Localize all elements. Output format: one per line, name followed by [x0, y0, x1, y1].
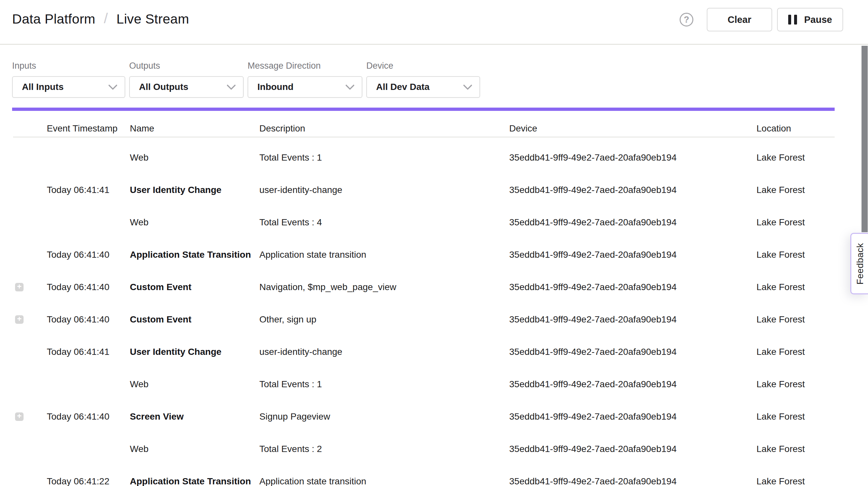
table-row[interactable]: + Web Total Events : 1 35eddb41-9ff9-49e…	[0, 368, 835, 400]
event-location-cell: Lake Forest	[756, 412, 835, 422]
event-name-cell: Custom Event	[130, 314, 259, 325]
pause-icon	[788, 15, 797, 25]
chevron-down-icon	[463, 81, 472, 90]
event-device-cell: 35eddb41-9ff9-49e2-7aed-20afa90eb194	[509, 444, 756, 454]
device-label: Device	[366, 61, 480, 71]
event-timestamp-cell: Today 06:41:41	[47, 185, 130, 195]
event-timestamp-cell: Today 06:41:41	[47, 347, 130, 357]
event-device-cell: 35eddb41-9ff9-49e2-7aed-20afa90eb194	[509, 476, 756, 486]
breadcrumb: Data Platform / Live Stream	[12, 11, 189, 27]
column-header-device: Device	[509, 123, 756, 134]
inputs-label: Inputs	[12, 61, 125, 71]
table-row[interactable]: + Today 06:41:41 User Identity Change us…	[0, 336, 835, 368]
table-header-divider	[13, 137, 835, 138]
event-name-cell: Screen View	[130, 412, 259, 422]
scrollbar-thumb[interactable]	[862, 46, 868, 232]
table-row[interactable]: + Web Total Events : 4 35eddb41-9ff9-49e…	[0, 206, 835, 238]
event-device-cell: 35eddb41-9ff9-49e2-7aed-20afa90eb194	[509, 282, 756, 293]
event-timestamp-cell: Today 06:41:40	[47, 412, 130, 422]
message-direction-selected-value: Inbound	[257, 82, 293, 92]
table-row[interactable]: + Today 06:41:41 User Identity Change us…	[0, 174, 835, 206]
event-name-cell: Web	[130, 444, 259, 454]
table-row[interactable]: + Web Total Events : 2 35eddb41-9ff9-49e…	[0, 433, 835, 465]
clear-button[interactable]: Clear	[707, 8, 772, 31]
event-device-cell: 35eddb41-9ff9-49e2-7aed-20afa90eb194	[509, 379, 756, 390]
table-header-row: Event Timestamp Name Description Device …	[0, 120, 835, 137]
event-description-cell: Total Events : 4	[259, 217, 509, 227]
event-name-cell: Web	[130, 379, 259, 390]
outputs-selected-value: All Outputs	[139, 82, 188, 92]
event-location-cell: Lake Forest	[756, 476, 835, 486]
inputs-select[interactable]: All Inputs	[12, 76, 125, 98]
event-device-cell: 35eddb41-9ff9-49e2-7aed-20afa90eb194	[509, 185, 756, 195]
event-description-cell: Application state transition	[259, 476, 509, 486]
event-description-cell: Other, sign up	[259, 314, 509, 325]
event-device-cell: 35eddb41-9ff9-49e2-7aed-20afa90eb194	[509, 249, 756, 260]
event-name-cell: Web	[130, 217, 259, 227]
expand-row-button[interactable]: +	[15, 413, 24, 421]
event-name-cell: Application State Transition	[130, 249, 259, 260]
pause-button[interactable]: Pause	[777, 8, 843, 31]
event-location-cell: Lake Forest	[756, 282, 835, 293]
outputs-select[interactable]: All Outputs	[129, 76, 244, 98]
event-device-cell: 35eddb41-9ff9-49e2-7aed-20afa90eb194	[509, 314, 756, 325]
chevron-down-icon	[345, 81, 354, 90]
table-row[interactable]: + Today 06:41:22 Application State Trans…	[0, 465, 835, 486]
column-header-event-timestamp: Event Timestamp	[47, 123, 130, 134]
filter-message-direction: Message Direction Inbound	[248, 61, 362, 98]
event-description-cell: Total Events : 1	[259, 152, 509, 163]
event-name-cell: Application State Transition	[130, 476, 259, 486]
event-device-cell: 35eddb41-9ff9-49e2-7aed-20afa90eb194	[509, 152, 756, 163]
event-name-cell: User Identity Change	[130, 347, 259, 357]
inputs-selected-value: All Inputs	[22, 82, 64, 92]
clear-button-label: Clear	[728, 14, 751, 25]
filter-bar: Inputs All Inputs Outputs All Outputs Me…	[12, 61, 480, 98]
feedback-tab[interactable]: Feedback	[850, 233, 868, 294]
expand-row-button[interactable]: +	[15, 283, 24, 292]
event-name-cell: Custom Event	[130, 282, 259, 293]
event-timestamp-cell: Today 06:41:40	[47, 282, 130, 293]
pause-button-label: Pause	[804, 14, 832, 25]
chevron-down-icon	[108, 81, 117, 90]
event-location-cell: Lake Forest	[756, 347, 835, 357]
event-location-cell: Lake Forest	[756, 249, 835, 260]
event-location-cell: Lake Forest	[756, 217, 835, 227]
event-timestamp-cell: Today 06:41:40	[47, 249, 130, 260]
live-stream-accent-bar	[12, 108, 835, 111]
event-description-cell: Total Events : 2	[259, 444, 509, 454]
outputs-label: Outputs	[129, 61, 244, 71]
device-select[interactable]: All Dev Data	[366, 76, 480, 98]
help-icon[interactable]: ?	[680, 13, 693, 27]
event-table-body: + Web Total Events : 1 35eddb41-9ff9-49e…	[0, 141, 835, 486]
event-name-cell: User Identity Change	[130, 185, 259, 195]
filter-outputs: Outputs All Outputs	[129, 61, 244, 98]
event-device-cell: 35eddb41-9ff9-49e2-7aed-20afa90eb194	[509, 347, 756, 357]
chevron-down-icon	[227, 81, 236, 90]
event-device-cell: 35eddb41-9ff9-49e2-7aed-20afa90eb194	[509, 217, 756, 227]
message-direction-label: Message Direction	[248, 61, 362, 71]
expand-row-button[interactable]: +	[15, 315, 24, 324]
event-name-cell: Web	[130, 152, 259, 163]
column-header-name: Name	[130, 123, 259, 134]
breadcrumb-root[interactable]: Data Platform	[12, 11, 95, 27]
event-description-cell: Navigation, $mp_web_page_view	[259, 282, 509, 293]
table-row[interactable]: + Web Total Events : 1 35eddb41-9ff9-49e…	[0, 141, 835, 174]
message-direction-select[interactable]: Inbound	[248, 76, 362, 98]
event-location-cell: Lake Forest	[756, 444, 835, 454]
table-row[interactable]: + Today 06:41:40 Custom Event Other, sig…	[0, 303, 835, 336]
device-selected-value: All Dev Data	[376, 82, 429, 92]
event-location-cell: Lake Forest	[756, 314, 835, 325]
event-location-cell: Lake Forest	[756, 185, 835, 195]
top-bar: Data Platform / Live Stream ? Clear Paus…	[0, 0, 868, 45]
table-row[interactable]: + Today 06:41:40 Screen View Signup Page…	[0, 400, 835, 433]
event-timestamp-cell: Today 06:41:22	[47, 476, 130, 486]
table-row[interactable]: + Today 06:41:40 Application State Trans…	[0, 238, 835, 271]
event-description-cell: Signup Pageview	[259, 412, 509, 422]
breadcrumb-separator: /	[104, 10, 108, 27]
feedback-tab-label: Feedback	[855, 243, 865, 284]
column-header-description: Description	[259, 123, 509, 134]
event-description-cell: user-identity-change	[259, 185, 509, 195]
table-row[interactable]: + Today 06:41:40 Custom Event Navigation…	[0, 271, 835, 303]
event-location-cell: Lake Forest	[756, 152, 835, 163]
event-timestamp-cell: Today 06:41:40	[47, 314, 130, 325]
